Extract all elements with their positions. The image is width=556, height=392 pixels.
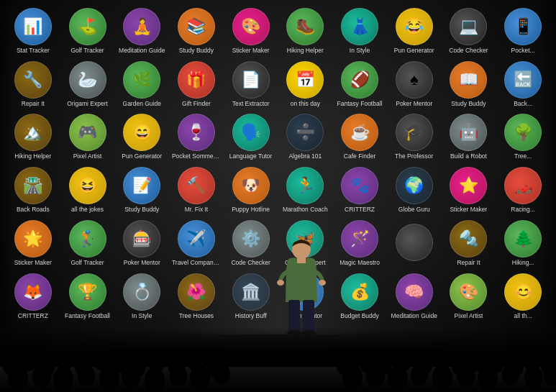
app-icon: 🏈 [341, 61, 378, 99]
app-label: Meditation Guide [119, 47, 165, 54]
app-icon-cell: 😂Pun Generator [388, 6, 440, 56]
app-icon: 😊 [504, 273, 542, 311]
app-icon-cell: 📄Text Extractor [225, 59, 277, 109]
app-icon: ☕ [341, 114, 378, 151]
svg-point-3 [319, 280, 326, 286]
app-icon: 🤖 [450, 114, 487, 151]
app-label: Poker Mentor [124, 259, 160, 266]
app-icon-cell: ⚙️Code Checker [225, 218, 277, 268]
app-icon: 🏌️ [69, 220, 106, 257]
app-label: CRITTERZ [18, 312, 48, 319]
app-label: Garden Guide [123, 100, 161, 107]
app-icon-cell: 🤖Build a Robot [443, 112, 495, 163]
app-icon-cell: 🏛️History Buff [225, 271, 277, 322]
app-icon: 🦢 [69, 61, 106, 99]
app-icon: ✈️ [178, 220, 215, 257]
app-label: Pocket... [511, 47, 535, 54]
app-icon-cell: 📚Study Buddy [170, 6, 222, 56]
app-label: CRITTERZ [345, 206, 375, 213]
app-label: Golf Tracker [70, 259, 104, 266]
app-icon-cell: 🏌️Golf Tracker [62, 218, 114, 268]
svg-point-2 [277, 280, 284, 286]
app-icon: 🐾 [341, 167, 378, 204]
app-icon: 🌿 [123, 61, 160, 99]
app-label: Meditation Guide [391, 312, 437, 319]
app-icon: 🧠 [396, 273, 433, 311]
app-icon: 🎓 [396, 114, 433, 151]
app-icon-cell: 💻Code Checker [443, 6, 495, 56]
app-icon: 🎰 [123, 220, 160, 257]
app-icon-cell: 🪄Magic Maestro [334, 218, 386, 268]
app-label: Repair It [22, 100, 45, 107]
app-icon-cell: 📊Stat Tracker [7, 6, 59, 56]
app-icon: 🍷 [178, 114, 215, 151]
app-icon-cell: ✈️Travel Companion [170, 218, 222, 268]
app-label: Tree Houses [179, 312, 214, 319]
app-icon-cell: ⛳Golf Tracker [62, 6, 114, 56]
app-icon: 😂 [396, 8, 433, 45]
app-icon-cell: 🗣️Language Tutor [225, 112, 277, 163]
svg-rect-1 [297, 257, 306, 263]
app-icon: 🏛️ [232, 273, 270, 311]
app-icon-cell: 🎨Pixel Artist [443, 271, 495, 322]
app-icon-cell: 😆all the jokes [62, 165, 114, 216]
app-label: Language Tutor [229, 152, 273, 160]
audience [0, 327, 556, 392]
app-icon-cell: 🎁Gift Finder [170, 59, 222, 109]
app-label: Study Buddy [179, 47, 214, 54]
app-icon-cell: 🎮Pixel Artist [62, 112, 114, 163]
app-icon-cell: 🧠Meditation Guide [388, 271, 440, 322]
presenter [273, 234, 330, 334]
app-icon: 📅 [286, 61, 324, 99]
app-icon-cell: 📝Study Buddy [116, 165, 168, 216]
app-icon-cell: 👗In Style [334, 6, 386, 56]
app-icon: 🎨 [450, 273, 487, 311]
app-icon-cell: 📅on this day [279, 59, 331, 109]
app-label: on this day [291, 100, 320, 107]
app-label: Build a Robot [450, 152, 487, 160]
app-label: Fantasy Football [65, 312, 110, 319]
app-icon: 🌺 [178, 273, 215, 311]
app-label: In Style [350, 47, 370, 54]
app-icon: 🏎️ [504, 167, 542, 204]
app-icon: 🔩 [450, 220, 487, 257]
app-icon-cell: 🌺Tree Houses [170, 271, 222, 322]
app-label: History Buff [235, 312, 267, 319]
app-icon-cell: ⭐Sticker Maker [443, 165, 495, 216]
app-label: Code Checker [231, 259, 270, 266]
app-icon-cell: 🎓The Professor [388, 112, 440, 163]
app-label: Globe Guru [398, 206, 430, 213]
app-label: Hiking Helper [287, 47, 324, 54]
app-label: Back... [514, 100, 532, 107]
app-icon: 💻 [450, 8, 487, 45]
app-icon-cell: 🌍Globe Guru [388, 165, 440, 216]
app-icon: 🌳 [504, 114, 542, 151]
app-label: Repair It [457, 259, 480, 266]
app-label: Puppy Hotline [232, 206, 270, 213]
app-icon: 🦊 [14, 273, 52, 311]
app-label: In Style [132, 312, 152, 319]
app-label: Code Checker [449, 47, 488, 54]
app-label: Gift Finder [182, 100, 211, 107]
app-icon: 🗣️ [232, 114, 270, 151]
app-icon: 📝 [123, 167, 160, 204]
app-icon-cell: 💍In Style [116, 271, 168, 322]
app-icon-cell: 🦢Origami Expert [62, 59, 114, 109]
app-icon-cell: 📖Study Buddy [443, 59, 495, 109]
app-icon: 👗 [341, 8, 378, 45]
app-icon: 🎨 [232, 8, 270, 45]
app-icon: 🔧 [14, 61, 52, 99]
app-label: Sticker Maker [232, 47, 270, 54]
app-icon: 📄 [232, 61, 270, 99]
app-label: Stat Tracker [17, 47, 50, 54]
app-icon-cell: 🏔️Hiking Helper [7, 112, 59, 163]
app-icon: ⛳ [69, 8, 106, 45]
app-icon: 📖 [450, 61, 487, 99]
app-label: Sticker Maker [14, 259, 52, 266]
app-icon: 🔙 [504, 61, 542, 99]
app-icon: 🪄 [341, 220, 378, 257]
app-label: Pun Generator [122, 152, 162, 160]
app-icon-cell: ➗Algebra 101 [279, 112, 331, 163]
app-icon-cell: 🛣️Back Roads [7, 165, 59, 216]
app-label: Sticker Maker [450, 206, 487, 213]
